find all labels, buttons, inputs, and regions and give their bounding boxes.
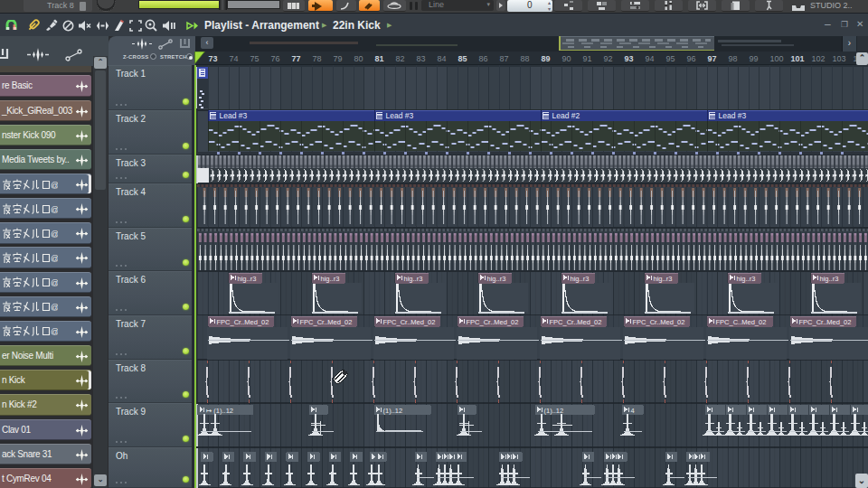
svg-text:FPC_Cr..Med_02: FPC_Cr..Med_02 [383, 318, 436, 326]
svg-text:@..: @.. [51, 254, 58, 263]
svg-text:FPC_Cr..Med_02: FPC_Cr..Med_02 [799, 318, 852, 326]
svg-text:(1)..12: (1)..12 [544, 407, 564, 415]
svg-text:FPC_Cr..Med_02: FPC_Cr..Med_02 [633, 318, 685, 326]
svg-text:FPC_C..Med_02: FPC_C..Med_02 [716, 318, 767, 326]
svg-text:hig..r3: hig..r3 [487, 275, 506, 283]
svg-text:Lead #3: Lead #3 [220, 111, 248, 120]
svg-text:(1)..12: (1)..12 [383, 407, 403, 415]
svg-text:Lead #3: Lead #3 [386, 111, 414, 120]
svg-text:Lead #3: Lead #3 [719, 111, 747, 120]
svg-text:@..: @.. [51, 278, 58, 287]
svg-text:@..: @.. [51, 303, 58, 312]
svg-text:FPC_Cr..Med_02: FPC_Cr..Med_02 [550, 318, 602, 326]
svg-text:hig..r3: hig..r3 [321, 275, 340, 283]
svg-text:Lead #2: Lead #2 [552, 111, 580, 120]
svg-text:hig..r3: hig..r3 [404, 275, 423, 283]
svg-text:@..: @.. [51, 327, 58, 336]
svg-text:hig..r3: hig..r3 [571, 275, 590, 283]
svg-text:@..: @.. [51, 230, 58, 239]
svg-text:@..: @.. [51, 205, 58, 214]
svg-text:FPC_Cr..Med_02: FPC_Cr..Med_02 [217, 318, 269, 326]
svg-text:hig..r3: hig..r3 [820, 275, 839, 283]
svg-text:hig..r3: hig..r3 [238, 275, 257, 283]
svg-text:4: 4 [631, 407, 635, 415]
svg-text:↦ (1)..12: ↦ (1)..12 [206, 407, 233, 415]
svg-text:hig..r3: hig..r3 [654, 275, 673, 283]
svg-text:@..: @.. [51, 181, 58, 190]
svg-text:FPC_Cr..Med_02: FPC_Cr..Med_02 [467, 318, 519, 326]
svg-text:FPC_Cr..Med_02: FPC_Cr..Med_02 [300, 318, 353, 326]
svg-text:hig..r3: hig..r3 [737, 275, 756, 283]
